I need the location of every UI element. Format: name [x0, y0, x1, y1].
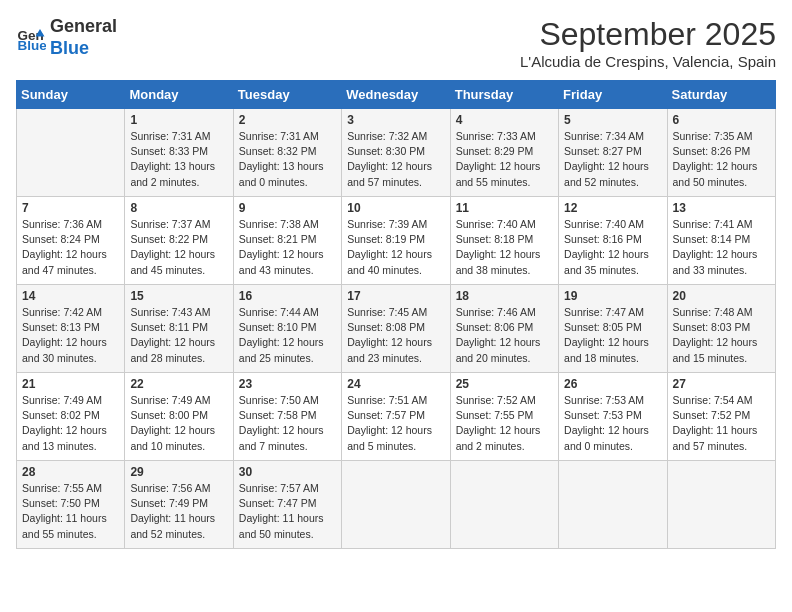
- day-info: Sunrise: 7:53 AMSunset: 7:53 PMDaylight:…: [564, 393, 661, 454]
- logo-line2: Blue: [50, 38, 89, 58]
- day-number: 17: [347, 289, 444, 303]
- day-cell: 27Sunrise: 7:54 AMSunset: 7:52 PMDayligh…: [667, 373, 775, 461]
- sunset: Sunset: 8:03 PM: [673, 321, 751, 333]
- daylight: Daylight: 12 hours and 15 minutes.: [673, 336, 758, 363]
- day-info: Sunrise: 7:34 AMSunset: 8:27 PMDaylight:…: [564, 129, 661, 190]
- sunrise: Sunrise: 7:32 AM: [347, 130, 427, 142]
- day-info: Sunrise: 7:52 AMSunset: 7:55 PMDaylight:…: [456, 393, 553, 454]
- daylight: Daylight: 12 hours and 13 minutes.: [22, 424, 107, 451]
- sunset: Sunset: 8:29 PM: [456, 145, 534, 157]
- day-info: Sunrise: 7:57 AMSunset: 7:47 PMDaylight:…: [239, 481, 336, 542]
- day-number: 23: [239, 377, 336, 391]
- day-cell: [17, 109, 125, 197]
- day-info: Sunrise: 7:50 AMSunset: 7:58 PMDaylight:…: [239, 393, 336, 454]
- sunset: Sunset: 7:50 PM: [22, 497, 100, 509]
- sunrise: Sunrise: 7:52 AM: [456, 394, 536, 406]
- day-cell: 13Sunrise: 7:41 AMSunset: 8:14 PMDayligh…: [667, 197, 775, 285]
- day-cell: 29Sunrise: 7:56 AMSunset: 7:49 PMDayligh…: [125, 461, 233, 549]
- week-row-1: 1Sunrise: 7:31 AMSunset: 8:33 PMDaylight…: [17, 109, 776, 197]
- day-info: Sunrise: 7:39 AMSunset: 8:19 PMDaylight:…: [347, 217, 444, 278]
- day-info: Sunrise: 7:32 AMSunset: 8:30 PMDaylight:…: [347, 129, 444, 190]
- sunset: Sunset: 7:57 PM: [347, 409, 425, 421]
- col-header-saturday: Saturday: [667, 81, 775, 109]
- sunrise: Sunrise: 7:55 AM: [22, 482, 102, 494]
- day-info: Sunrise: 7:46 AMSunset: 8:06 PMDaylight:…: [456, 305, 553, 366]
- day-info: Sunrise: 7:35 AMSunset: 8:26 PMDaylight:…: [673, 129, 770, 190]
- daylight: Daylight: 12 hours and 35 minutes.: [564, 248, 649, 275]
- logo-line1: General: [50, 16, 117, 36]
- daylight: Daylight: 12 hours and 28 minutes.: [130, 336, 215, 363]
- day-info: Sunrise: 7:41 AMSunset: 8:14 PMDaylight:…: [673, 217, 770, 278]
- day-info: Sunrise: 7:36 AMSunset: 8:24 PMDaylight:…: [22, 217, 119, 278]
- sunrise: Sunrise: 7:48 AM: [673, 306, 753, 318]
- sunset: Sunset: 8:33 PM: [130, 145, 208, 157]
- daylight: Daylight: 12 hours and 18 minutes.: [564, 336, 649, 363]
- daylight: Daylight: 12 hours and 0 minutes.: [564, 424, 649, 451]
- sunrise: Sunrise: 7:35 AM: [673, 130, 753, 142]
- sunset: Sunset: 8:14 PM: [673, 233, 751, 245]
- day-info: Sunrise: 7:31 AMSunset: 8:33 PMDaylight:…: [130, 129, 227, 190]
- day-number: 9: [239, 201, 336, 215]
- daylight: Daylight: 12 hours and 5 minutes.: [347, 424, 432, 451]
- sunrise: Sunrise: 7:39 AM: [347, 218, 427, 230]
- day-cell: 10Sunrise: 7:39 AMSunset: 8:19 PMDayligh…: [342, 197, 450, 285]
- day-number: 19: [564, 289, 661, 303]
- col-header-thursday: Thursday: [450, 81, 558, 109]
- day-number: 5: [564, 113, 661, 127]
- daylight: Daylight: 12 hours and 10 minutes.: [130, 424, 215, 451]
- col-header-wednesday: Wednesday: [342, 81, 450, 109]
- day-info: Sunrise: 7:55 AMSunset: 7:50 PMDaylight:…: [22, 481, 119, 542]
- day-number: 20: [673, 289, 770, 303]
- sunrise: Sunrise: 7:36 AM: [22, 218, 102, 230]
- sunset: Sunset: 8:08 PM: [347, 321, 425, 333]
- day-cell: [342, 461, 450, 549]
- logo-text: General Blue: [50, 16, 117, 59]
- daylight: Daylight: 12 hours and 40 minutes.: [347, 248, 432, 275]
- sunrise: Sunrise: 7:54 AM: [673, 394, 753, 406]
- col-header-friday: Friday: [559, 81, 667, 109]
- day-number: 22: [130, 377, 227, 391]
- sunset: Sunset: 8:30 PM: [347, 145, 425, 157]
- day-number: 6: [673, 113, 770, 127]
- day-info: Sunrise: 7:54 AMSunset: 7:52 PMDaylight:…: [673, 393, 770, 454]
- calendar-table: SundayMondayTuesdayWednesdayThursdayFrid…: [16, 80, 776, 549]
- col-header-monday: Monday: [125, 81, 233, 109]
- day-number: 13: [673, 201, 770, 215]
- sunset: Sunset: 8:27 PM: [564, 145, 642, 157]
- day-cell: 28Sunrise: 7:55 AMSunset: 7:50 PMDayligh…: [17, 461, 125, 549]
- sunset: Sunset: 8:22 PM: [130, 233, 208, 245]
- sunset: Sunset: 8:06 PM: [456, 321, 534, 333]
- month-title: September 2025: [520, 16, 776, 53]
- day-number: 7: [22, 201, 119, 215]
- day-cell: 23Sunrise: 7:50 AMSunset: 7:58 PMDayligh…: [233, 373, 341, 461]
- day-cell: 4Sunrise: 7:33 AMSunset: 8:29 PMDaylight…: [450, 109, 558, 197]
- sunset: Sunset: 8:18 PM: [456, 233, 534, 245]
- day-cell: 17Sunrise: 7:45 AMSunset: 8:08 PMDayligh…: [342, 285, 450, 373]
- day-info: Sunrise: 7:40 AMSunset: 8:16 PMDaylight:…: [564, 217, 661, 278]
- day-cell: [450, 461, 558, 549]
- day-number: 2: [239, 113, 336, 127]
- day-cell: 20Sunrise: 7:48 AMSunset: 8:03 PMDayligh…: [667, 285, 775, 373]
- sunrise: Sunrise: 7:46 AM: [456, 306, 536, 318]
- sunset: Sunset: 7:53 PM: [564, 409, 642, 421]
- day-cell: 1Sunrise: 7:31 AMSunset: 8:33 PMDaylight…: [125, 109, 233, 197]
- daylight: Daylight: 13 hours and 2 minutes.: [130, 160, 215, 187]
- sunrise: Sunrise: 7:53 AM: [564, 394, 644, 406]
- sunrise: Sunrise: 7:33 AM: [456, 130, 536, 142]
- day-number: 15: [130, 289, 227, 303]
- sunrise: Sunrise: 7:51 AM: [347, 394, 427, 406]
- sunrise: Sunrise: 7:49 AM: [130, 394, 210, 406]
- sunrise: Sunrise: 7:31 AM: [239, 130, 319, 142]
- sunrise: Sunrise: 7:31 AM: [130, 130, 210, 142]
- day-cell: 24Sunrise: 7:51 AMSunset: 7:57 PMDayligh…: [342, 373, 450, 461]
- sunset: Sunset: 8:24 PM: [22, 233, 100, 245]
- day-info: Sunrise: 7:40 AMSunset: 8:18 PMDaylight:…: [456, 217, 553, 278]
- sunrise: Sunrise: 7:57 AM: [239, 482, 319, 494]
- day-cell: 9Sunrise: 7:38 AMSunset: 8:21 PMDaylight…: [233, 197, 341, 285]
- daylight: Daylight: 11 hours and 57 minutes.: [673, 424, 758, 451]
- sunset: Sunset: 8:11 PM: [130, 321, 208, 333]
- daylight: Daylight: 12 hours and 23 minutes.: [347, 336, 432, 363]
- sunset: Sunset: 8:26 PM: [673, 145, 751, 157]
- day-cell: 30Sunrise: 7:57 AMSunset: 7:47 PMDayligh…: [233, 461, 341, 549]
- day-cell: 7Sunrise: 7:36 AMSunset: 8:24 PMDaylight…: [17, 197, 125, 285]
